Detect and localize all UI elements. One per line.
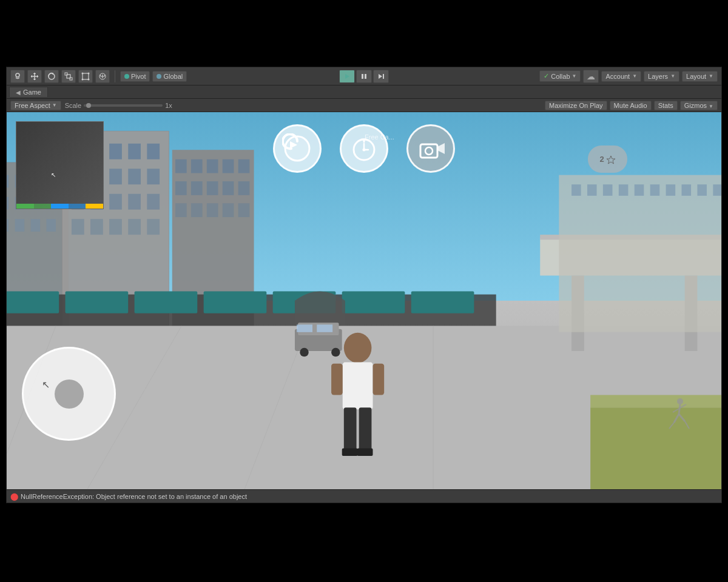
rotate-tool-button[interactable] (44, 70, 59, 83)
error-message: NullReferenceException: Object reference… (21, 493, 247, 500)
svg-rect-65 (175, 203, 187, 217)
svg-rect-56 (191, 159, 203, 173)
svg-rect-38 (147, 144, 160, 159)
scale-handle (86, 103, 91, 108)
layers-button[interactable]: Layers ▼ (644, 71, 679, 82)
scale-label: Scale (65, 102, 82, 109)
svg-rect-57 (207, 159, 218, 173)
svg-rect-23 (46, 175, 56, 188)
svg-rect-98 (590, 407, 721, 489)
svg-rect-44 (72, 194, 84, 210)
svg-rect-42 (128, 169, 141, 184)
stats-label: Stats (658, 102, 673, 109)
svg-marker-14 (379, 74, 382, 79)
collab-button[interactable]: ✓ Collab ▼ (539, 70, 581, 82)
maximize-on-play-button[interactable]: Maximize On Play (545, 101, 607, 110)
error-bar: ⬤ NullReferenceException: Object referen… (7, 489, 721, 503)
step-button[interactable] (373, 70, 389, 83)
toolbar-left: Pivot Global (10, 70, 537, 83)
scale-tool-button[interactable] (61, 70, 76, 83)
svg-rect-43 (147, 169, 160, 184)
move-tool-button[interactable] (27, 70, 42, 83)
svg-rect-59 (238, 159, 250, 173)
pause-button[interactable] (356, 70, 372, 83)
mute-audio-button[interactable]: Mute Audio (610, 101, 652, 110)
svg-rect-55 (175, 159, 187, 173)
svg-rect-91 (619, 184, 629, 196)
hand-tool-button[interactable] (10, 70, 25, 83)
gizmos-button[interactable]: Gizmos ▼ (680, 101, 718, 110)
svg-rect-67 (207, 203, 218, 217)
svg-rect-48 (147, 194, 160, 210)
global-button[interactable]: Global (152, 71, 187, 82)
aspect-dropdown[interactable]: Free Aspect ▼ (10, 101, 61, 110)
layout-label: Layout (686, 73, 706, 80)
svg-rect-96 (697, 184, 707, 196)
rect-tool-button[interactable] (78, 70, 93, 83)
svg-marker-11 (345, 74, 349, 79)
svg-rect-72 (66, 291, 129, 313)
svg-rect-113 (357, 449, 373, 456)
gizmos-label: Gizmos (684, 102, 707, 109)
toolbar-right: ✓ Collab ▼ ☁ Account ▼ Layers ▼ Layout ▼ (539, 70, 718, 83)
transform-tool-button[interactable] (95, 70, 110, 83)
svg-rect-87 (559, 175, 721, 332)
bottom-black-bar (0, 521, 728, 582)
mute-label: Mute Audio (614, 102, 647, 109)
pivot-label: Pivot (131, 73, 146, 80)
svg-rect-73 (135, 291, 198, 313)
svg-rect-95 (682, 184, 692, 196)
game-tab[interactable]: ◀ Game (9, 87, 48, 97)
game-tab-label: Game (23, 89, 41, 96)
viewport-bar: Free Aspect ▼ Scale 1x Maximize On Play … (7, 99, 721, 112)
svg-rect-37 (128, 144, 141, 159)
svg-rect-66 (191, 203, 203, 217)
svg-rect-62 (207, 181, 218, 195)
svg-rect-89 (587, 184, 597, 196)
play-controls (339, 70, 389, 83)
stats-button[interactable]: Stats (654, 101, 678, 110)
svg-rect-71 (7, 291, 59, 313)
toolbar: Pivot Global ✓ Collab ▼ (7, 67, 721, 85)
svg-rect-21 (15, 175, 25, 188)
svg-rect-111 (359, 407, 372, 452)
cloud-button[interactable]: ☁ (583, 70, 599, 83)
svg-rect-46 (109, 194, 122, 210)
svg-rect-74 (204, 291, 267, 313)
play-button[interactable] (339, 70, 355, 83)
svg-point-103 (331, 348, 340, 357)
svg-point-102 (300, 348, 309, 357)
svg-rect-30 (31, 219, 41, 232)
svg-rect-64 (238, 181, 250, 195)
svg-rect-36 (109, 144, 122, 159)
svg-point-106 (344, 333, 372, 363)
svg-rect-25 (15, 197, 25, 210)
svg-rect-34 (72, 144, 84, 159)
tab-bar: ◀ Game (7, 85, 721, 99)
layout-button[interactable]: Layout ▼ (682, 71, 718, 82)
scale-slider[interactable] (84, 104, 163, 107)
pivot-button[interactable]: Pivot (120, 71, 150, 82)
svg-point-7 (88, 72, 90, 74)
account-button[interactable]: Account ▼ (601, 71, 641, 82)
collab-label: Collab (551, 73, 570, 80)
svg-rect-26 (31, 197, 41, 210)
svg-rect-45 (90, 194, 103, 210)
svg-rect-40 (90, 169, 103, 184)
svg-rect-35 (90, 144, 103, 159)
svg-rect-13 (365, 74, 366, 79)
svg-rect-52 (128, 219, 141, 235)
svg-rect-77 (411, 291, 474, 313)
svg-rect-63 (223, 181, 234, 195)
svg-rect-108 (331, 364, 343, 395)
svg-rect-22 (31, 175, 41, 188)
svg-rect-49 (72, 219, 84, 235)
svg-rect-97 (713, 184, 721, 196)
layers-label: Layers (648, 73, 668, 80)
aspect-label: Free Aspect (15, 102, 50, 109)
svg-rect-27 (46, 197, 56, 210)
svg-rect-112 (342, 449, 358, 456)
svg-rect-110 (344, 407, 357, 452)
svg-rect-20 (7, 175, 8, 188)
game-viewport[interactable]: ↖ (7, 112, 721, 489)
